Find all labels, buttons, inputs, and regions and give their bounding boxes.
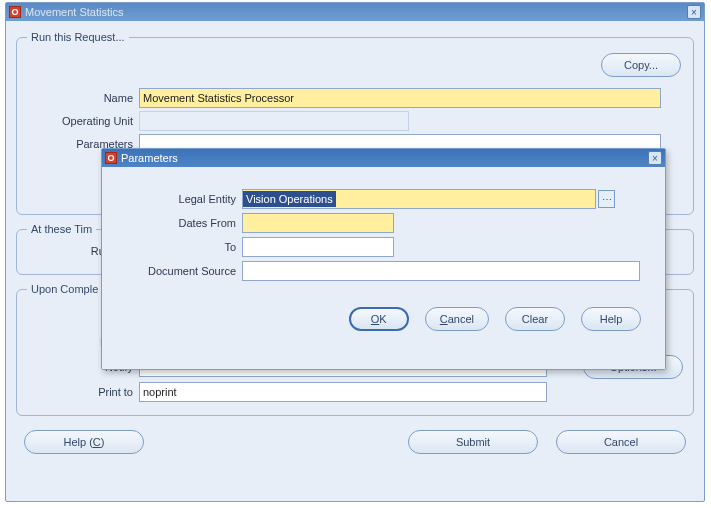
operating-unit-label: Operating Unit bbox=[27, 115, 139, 127]
name-label: Name bbox=[27, 92, 139, 104]
clear-button[interactable]: Clear bbox=[505, 307, 565, 331]
legal-entity-field[interactable]: Vision Operations bbox=[242, 189, 596, 209]
run-request-legend: Run this Request... bbox=[27, 31, 129, 43]
completion-legend: Upon Comple bbox=[27, 283, 102, 295]
parameters-button-bar: OK Cancel Clear Help bbox=[120, 307, 647, 331]
parameters-titlebar: O Parameters × bbox=[102, 149, 665, 167]
legal-entity-label: Legal Entity bbox=[120, 193, 242, 205]
main-close-button[interactable]: × bbox=[687, 5, 701, 19]
dates-from-label: Dates From bbox=[120, 217, 242, 229]
parameters-dialog-title: Parameters bbox=[121, 152, 648, 164]
help-button-key: C bbox=[93, 436, 101, 448]
name-field[interactable] bbox=[139, 88, 661, 108]
help-button-text: Help ( bbox=[64, 436, 93, 448]
ok-button-key: O bbox=[371, 313, 380, 325]
dates-from-field[interactable] bbox=[242, 213, 394, 233]
main-titlebar: O Movement Statistics × bbox=[6, 3, 704, 21]
params-help-button[interactable]: Help bbox=[581, 307, 641, 331]
cancel-button-key: C bbox=[440, 313, 448, 325]
print-to-field[interactable] bbox=[139, 382, 547, 402]
parameters-body: Legal Entity Vision Operations ⋯ Dates F… bbox=[102, 167, 665, 369]
help-button[interactable]: Help (C) bbox=[24, 430, 144, 454]
ok-button-text: K bbox=[379, 313, 386, 325]
document-source-label: Document Source bbox=[120, 265, 242, 277]
cancel-button[interactable]: Cancel bbox=[556, 430, 686, 454]
ok-button[interactable]: OK bbox=[349, 307, 409, 331]
to-field[interactable] bbox=[242, 237, 394, 257]
copy-button[interactable]: Copy... bbox=[601, 53, 681, 77]
oracle-icon: O bbox=[105, 152, 117, 164]
oracle-icon: O bbox=[9, 6, 21, 18]
main-window-title: Movement Statistics bbox=[25, 6, 687, 18]
parameters-close-button[interactable]: × bbox=[648, 151, 662, 165]
bottom-button-bar: Help (C) Submit Cancel bbox=[16, 424, 694, 460]
print-to-label: Print to bbox=[27, 386, 139, 398]
help-button-end: ) bbox=[101, 436, 105, 448]
document-source-field[interactable] bbox=[242, 261, 640, 281]
to-label: To bbox=[120, 241, 242, 253]
legal-entity-value: Vision Operations bbox=[243, 191, 336, 207]
legal-entity-lov-button[interactable]: ⋯ bbox=[598, 190, 615, 208]
times-legend: At these Tim bbox=[27, 223, 96, 235]
params-cancel-button[interactable]: Cancel bbox=[425, 307, 489, 331]
cancel-button-text: ancel bbox=[448, 313, 474, 325]
operating-unit-field[interactable] bbox=[139, 111, 409, 131]
parameters-dialog: O Parameters × Legal Entity Vision Opera… bbox=[101, 148, 666, 370]
submit-button[interactable]: Submit bbox=[408, 430, 538, 454]
